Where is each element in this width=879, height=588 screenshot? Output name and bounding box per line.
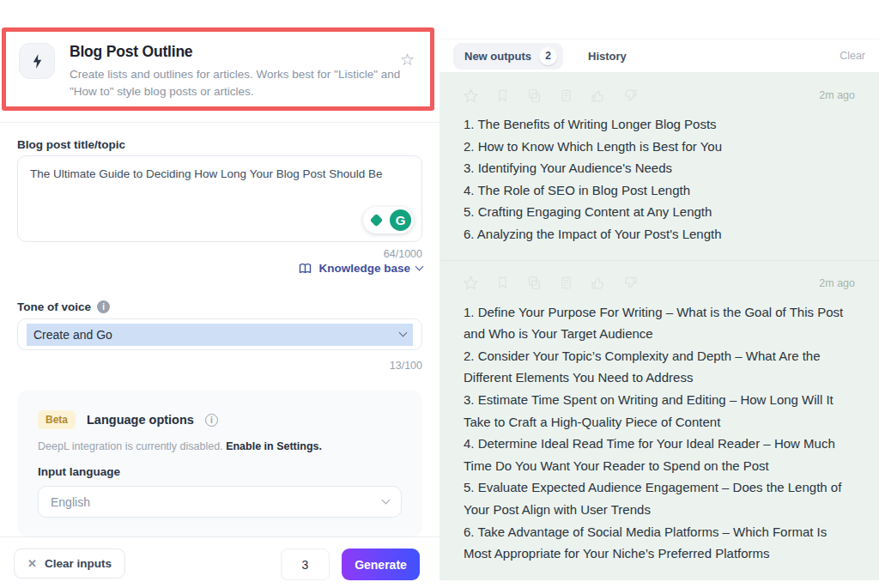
knowledge-base-label: Knowledge base bbox=[318, 262, 410, 275]
outline-item: 3. Identifying Your Audience's Needs bbox=[464, 157, 855, 179]
tone-select[interactable]: Create and Go bbox=[17, 318, 422, 350]
copy-icon[interactable] bbox=[527, 276, 542, 290]
knowledge-base-toggle[interactable]: Knowledge base bbox=[299, 262, 422, 275]
topic-char-count: 64/1000 bbox=[384, 248, 422, 260]
tone-char-count: 13/100 bbox=[390, 360, 422, 372]
outputs-header: New outputs 2 History Clear bbox=[440, 39, 879, 73]
language-options-card: Beta Language options i DeepL integratio… bbox=[17, 391, 422, 536]
document-icon[interactable] bbox=[560, 88, 573, 103]
bookmark-icon[interactable] bbox=[496, 88, 509, 103]
grammarly-widget[interactable]: G bbox=[363, 207, 414, 233]
outline-item: 2. Consider Your Topic’s Complexity and … bbox=[464, 345, 855, 389]
deepl-notice: DeepL integration is currently disabled.… bbox=[38, 440, 402, 452]
bookmark-icon[interactable] bbox=[496, 276, 509, 290]
document-icon[interactable] bbox=[560, 276, 573, 290]
topic-input-value: The Ultimate Guide to Deciding How Long … bbox=[30, 167, 383, 180]
input-language-select[interactable]: English bbox=[38, 486, 402, 518]
beta-badge: Beta bbox=[38, 410, 76, 429]
outputs-panel: New outputs 2 History Clear 2m ago bbox=[440, 0, 879, 588]
enable-in-settings-link[interactable]: Enable in Settings. bbox=[226, 440, 322, 452]
outline-item: 1. Define Your Purpose For Writing – Wha… bbox=[464, 301, 855, 345]
tool-description: Create lists and outlines for articles. … bbox=[70, 66, 411, 100]
thumbs-down-icon[interactable] bbox=[623, 276, 638, 290]
output-text: 1. The Benefits of Writing Longer Blog P… bbox=[464, 113, 855, 246]
input-language-value: English bbox=[51, 495, 90, 509]
star-icon[interactable] bbox=[464, 276, 478, 290]
copy-icon[interactable] bbox=[527, 88, 542, 103]
output-timestamp: 2m ago bbox=[819, 89, 855, 101]
star-icon[interactable] bbox=[464, 88, 478, 103]
thumbs-up-icon[interactable] bbox=[591, 88, 605, 103]
outline-item: 5. Crafting Engaging Content at Any Leng… bbox=[464, 201, 855, 223]
chevron-down-icon bbox=[415, 263, 424, 271]
tone-label: Tone of voice bbox=[17, 300, 91, 313]
header-divider bbox=[0, 122, 440, 123]
tool-header: Blog Post Outline Create lists and outli… bbox=[19, 43, 419, 100]
output-card: 2m ago 1. The Benefits of Writing Longer… bbox=[464, 73, 855, 246]
tool-form-panel: Blog Post Outline Create lists and outli… bbox=[0, 0, 440, 588]
outputs-list: 2m ago 1. The Benefits of Writing Longer… bbox=[440, 73, 879, 580]
grammarly-suggestion-icon[interactable] bbox=[366, 209, 387, 231]
tone-info-icon[interactable]: i bbox=[97, 300, 110, 313]
thumbs-down-icon[interactable] bbox=[623, 88, 638, 103]
thumbs-up-icon[interactable] bbox=[591, 276, 605, 290]
output-text: 1. Define Your Purpose For Writing – Wha… bbox=[464, 301, 855, 565]
topic-label: Blog post title/topic bbox=[17, 138, 125, 151]
outline-item: 1. The Benefits of Writing Longer Blog P… bbox=[464, 113, 855, 136]
language-info-icon[interactable]: i bbox=[205, 414, 218, 427]
outline-item: 6. Take Advantage of Social Media Platfo… bbox=[464, 521, 855, 565]
new-outputs-count-badge: 2 bbox=[539, 47, 557, 65]
output-timestamp: 2m ago bbox=[819, 277, 855, 289]
input-language-label: Input language bbox=[38, 465, 402, 478]
lightning-icon bbox=[19, 43, 55, 79]
outline-item: 5. Evaluate Expected Audience Engagement… bbox=[464, 476, 855, 520]
tone-selected-text: Create and Go bbox=[27, 324, 413, 346]
tab-history[interactable]: History bbox=[588, 50, 627, 63]
output-card: 2m ago 1. Define Your Purpose For Writin… bbox=[464, 261, 855, 565]
outline-item: 3. Estimate Time Spent on Writing and Ed… bbox=[464, 389, 855, 433]
close-icon: ✕ bbox=[27, 557, 37, 570]
outline-item: 6. Analyzing the Impact of Your Post's L… bbox=[464, 223, 855, 246]
chevron-down-icon bbox=[399, 329, 408, 337]
favorite-star-icon[interactable]: ☆ bbox=[400, 52, 415, 68]
app-window: Blog Post Outline Create lists and outli… bbox=[0, 0, 879, 588]
book-icon bbox=[299, 263, 312, 275]
generate-button[interactable]: Generate bbox=[342, 549, 420, 580]
clear-inputs-button[interactable]: ✕ Clear inputs bbox=[14, 549, 125, 579]
topic-input[interactable]: The Ultimate Guide to Deciding How Long … bbox=[17, 155, 422, 242]
outline-item: 4. The Role of SEO in Blog Post Length bbox=[464, 179, 855, 202]
tool-title: Blog Post Outline bbox=[70, 43, 411, 61]
form-footer-bar: ✕ Clear inputs 3 Generate bbox=[0, 536, 440, 588]
language-options-title: Language options bbox=[87, 413, 194, 427]
grammarly-icon[interactable]: G bbox=[390, 209, 411, 231]
tab-new-outputs[interactable]: New outputs 2 bbox=[453, 43, 563, 70]
clear-outputs-button[interactable]: Clear bbox=[840, 50, 865, 62]
chevron-down-icon bbox=[382, 496, 391, 505]
outline-item: 4. Determine Ideal Read Time for Your Id… bbox=[464, 433, 855, 476]
output-count-input[interactable]: 3 bbox=[281, 549, 330, 580]
outline-item: 2. How to Know Which Length is Best for … bbox=[464, 136, 855, 158]
